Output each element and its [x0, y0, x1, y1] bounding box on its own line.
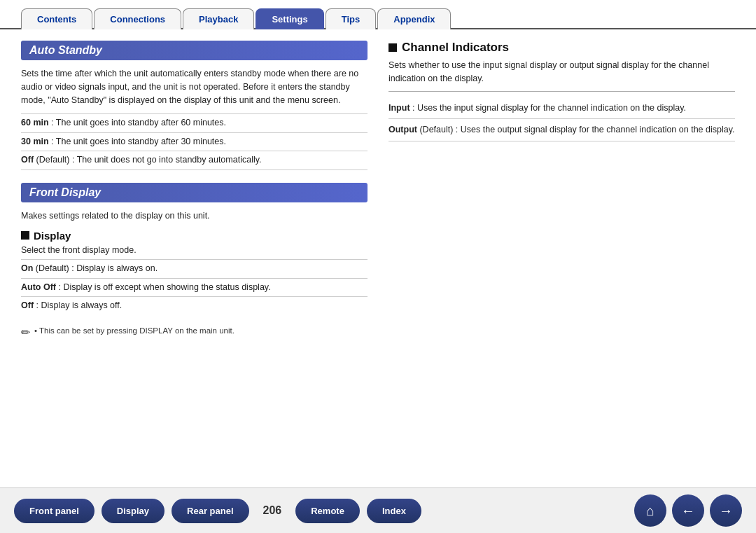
bottom-nav-right: ⌂ ← →	[634, 494, 742, 527]
arrow-right-icon: →	[719, 503, 733, 519]
standby-off-bold: Off	[21, 155, 34, 165]
remote-button[interactable]: Remote	[295, 499, 360, 523]
display-autooff-text: : Display is off except when showing the…	[56, 282, 271, 292]
home-button[interactable]: ⌂	[634, 494, 666, 527]
display-button[interactable]: Display	[102, 499, 164, 523]
tab-navigation: Contents Connections Playback Settings T…	[0, 0, 756, 29]
auto-standby-header: Auto Standby	[21, 41, 368, 60]
tab-contents[interactable]: Contents	[21, 8, 92, 29]
display-subdesc: Select the front display mode.	[21, 244, 368, 257]
display-on-text: (Default) : Display is always on.	[33, 263, 158, 273]
display-off-text: : Display is always off.	[34, 300, 122, 310]
channel-indicators-section: Channel Indicators Sets whether to use t…	[388, 41, 735, 141]
channel-item-output: Output (Default) : Uses the output signa…	[388, 119, 735, 141]
channel-input-bold: Input	[388, 103, 410, 113]
front-display-section: Front Display Makes settings related to …	[21, 183, 368, 339]
front-display-desc: Makes settings related to the display on…	[21, 209, 368, 223]
standby-60min-text: : The unit goes into standby after 60 mi…	[49, 118, 226, 127]
auto-standby-desc: Sets the time after which the unit autom…	[21, 67, 368, 106]
display-off-bold: Off	[21, 300, 34, 310]
forward-button[interactable]: →	[710, 494, 742, 527]
front-panel-button[interactable]: Front panel	[14, 499, 94, 523]
tab-tips[interactable]: Tips	[326, 8, 377, 29]
display-autooff-bold: Auto Off	[21, 282, 56, 292]
arrow-left-icon: ←	[681, 503, 695, 519]
standby-60min-bold: 60 min	[21, 118, 49, 127]
auto-standby-section: Auto Standby Sets the time after which t…	[21, 41, 368, 170]
standby-30min-bold: 30 min	[21, 137, 49, 146]
display-item-autooff: Auto Off : Display is off except when sh…	[21, 278, 368, 297]
rear-panel-button[interactable]: Rear panel	[172, 499, 248, 523]
display-note-text: • This can be set by pressing DISPLAY on…	[34, 325, 234, 336]
display-item-on: On (Default) : Display is always on.	[21, 259, 368, 278]
channel-input-text: : Uses the input signal display for the …	[410, 103, 686, 113]
channel-item-input: Input : Uses the input signal display fo…	[388, 97, 735, 120]
bottom-navigation: Front panel Display Rear panel 206 Remot…	[0, 487, 756, 533]
display-title: Display	[21, 230, 368, 242]
channel-output-text: (Default) : Uses the output signal displ…	[417, 125, 735, 134]
home-icon: ⌂	[646, 503, 654, 519]
display-on-bold: On	[21, 263, 33, 273]
pencil-icon: ✏	[21, 326, 30, 339]
tab-settings[interactable]: Settings	[255, 8, 323, 29]
tab-playback[interactable]: Playback	[183, 8, 254, 29]
display-square-icon	[21, 231, 29, 240]
standby-item-60min: 60 min : The unit goes into standby afte…	[21, 113, 368, 132]
display-item-off: Off : Display is always off.	[21, 296, 368, 315]
left-column: Auto Standby Sets the time after which t…	[21, 41, 368, 475]
display-title-text: Display	[34, 230, 71, 242]
page-number: 206	[263, 504, 282, 517]
right-column: Channel Indicators Sets whether to use t…	[388, 41, 735, 475]
display-note-area: ✏ • This can be set by pressing DISPLAY …	[21, 325, 368, 339]
standby-30min-text: : The unit goes into standby after 30 mi…	[49, 137, 226, 146]
main-content: Auto Standby Sets the time after which t…	[0, 29, 756, 482]
tab-connections[interactable]: Connections	[94, 8, 181, 29]
channel-title-text: Channel Indicators	[402, 41, 509, 55]
channel-square-icon	[388, 43, 397, 52]
display-subsection: Display Select the front display mode. O…	[21, 230, 368, 339]
bottom-nav-left: Front panel Display Rear panel 206 Remot…	[14, 499, 421, 523]
standby-off-text: (Default) : The unit does not go into st…	[34, 155, 261, 165]
channel-desc: Sets whether to use the input signal dis…	[388, 59, 735, 92]
channel-output-bold: Output	[388, 125, 417, 134]
front-display-header: Front Display	[21, 183, 368, 202]
back-button[interactable]: ←	[672, 494, 704, 527]
tab-appendix[interactable]: Appendix	[377, 8, 451, 29]
standby-item-off: Off (Default) : The unit does not go int…	[21, 151, 368, 170]
channel-indicators-title: Channel Indicators	[388, 41, 735, 55]
standby-item-30min: 30 min : The unit goes into standby afte…	[21, 132, 368, 151]
index-button[interactable]: Index	[367, 499, 421, 523]
